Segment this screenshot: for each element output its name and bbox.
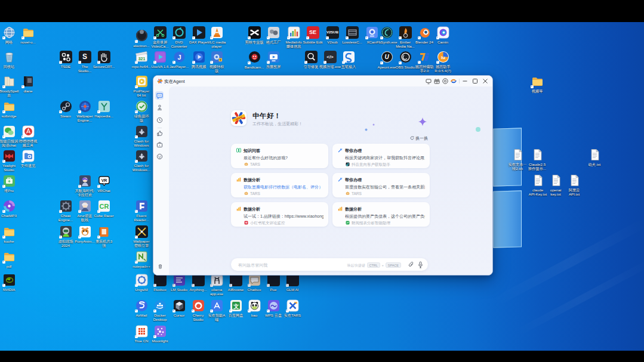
svg-text:VR: VR bbox=[101, 178, 107, 182]
svg-text:CR: CR bbox=[99, 203, 109, 210]
svg-text:文: 文 bbox=[233, 303, 239, 310]
svg-text:iu: iu bbox=[440, 55, 445, 60]
svg-text:321: 321 bbox=[138, 57, 145, 61]
svg-text:J: J bbox=[177, 54, 181, 61]
